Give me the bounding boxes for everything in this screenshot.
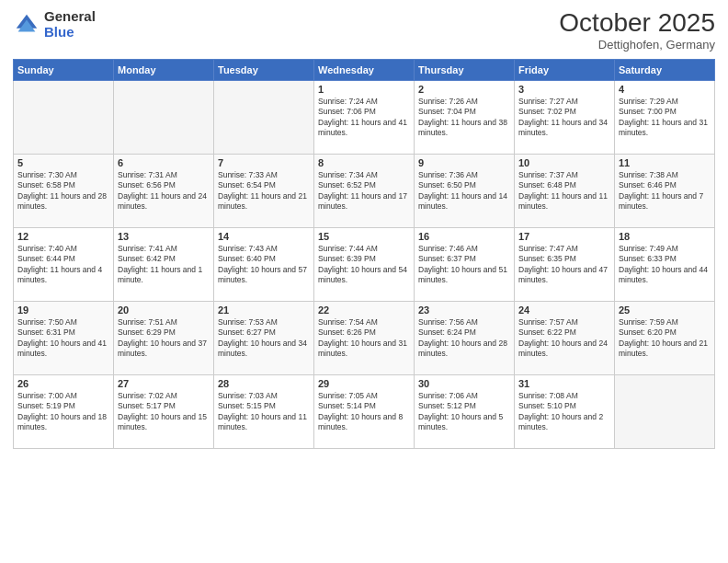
day-info: Sunrise: 7:53 AM Sunset: 6:27 PM Dayligh… (218, 317, 310, 360)
day-info: Sunrise: 7:36 AM Sunset: 6:50 PM Dayligh… (418, 170, 510, 213)
calendar-cell-w3-d5: 24Sunrise: 7:57 AM Sunset: 6:22 PM Dayli… (515, 301, 615, 374)
day-number: 3 (518, 84, 610, 95)
day-info: Sunrise: 7:03 AM Sunset: 5:15 PM Dayligh… (218, 391, 310, 433)
day-number: 2 (418, 84, 510, 95)
day-info: Sunrise: 7:31 AM Sunset: 6:56 PM Dayligh… (118, 170, 210, 213)
day-info: Sunrise: 7:38 AM Sunset: 6:46 PM Dayligh… (619, 170, 711, 213)
calendar-cell-w1-d5: 10Sunrise: 7:37 AM Sunset: 6:48 PM Dayli… (515, 154, 615, 227)
calendar-cell-w1-d2: 7Sunrise: 7:33 AM Sunset: 6:54 PM Daylig… (214, 154, 314, 227)
calendar-cell-w2-d3: 15Sunrise: 7:44 AM Sunset: 6:39 PM Dayli… (314, 227, 415, 301)
calendar-cell-w4-d1: 27Sunrise: 7:02 AM Sunset: 5:17 PM Dayli… (114, 374, 214, 448)
col-sunday: Sunday (14, 59, 114, 80)
day-info: Sunrise: 7:57 AM Sunset: 6:22 PM Dayligh… (518, 317, 610, 360)
calendar-cell-w1-d6: 11Sunrise: 7:38 AM Sunset: 6:46 PM Dayli… (615, 154, 715, 227)
day-number: 27 (118, 378, 210, 389)
day-info: Sunrise: 7:27 AM Sunset: 7:02 PM Dayligh… (518, 97, 610, 139)
calendar-cell-w4-d4: 30Sunrise: 7:06 AM Sunset: 5:12 PM Dayli… (415, 374, 515, 448)
calendar-cell-w1-d3: 8Sunrise: 7:34 AM Sunset: 6:52 PM Daylig… (314, 154, 415, 227)
day-info: Sunrise: 7:24 AM Sunset: 7:06 PM Dayligh… (318, 97, 410, 139)
day-number: 5 (17, 157, 109, 168)
logo-blue-text: Blue (44, 25, 96, 40)
calendar-row-4: 26Sunrise: 7:00 AM Sunset: 5:19 PM Dayli… (14, 374, 715, 448)
calendar-cell-w0-d4: 2Sunrise: 7:26 AM Sunset: 7:04 PM Daylig… (415, 80, 515, 154)
day-info: Sunrise: 7:05 AM Sunset: 5:14 PM Dayligh… (318, 391, 410, 433)
day-info: Sunrise: 7:00 AM Sunset: 5:19 PM Dayligh… (17, 391, 109, 433)
day-info: Sunrise: 7:29 AM Sunset: 7:00 PM Dayligh… (619, 97, 711, 139)
day-number: 25 (619, 304, 711, 316)
calendar-cell-w2-d2: 14Sunrise: 7:43 AM Sunset: 6:40 PM Dayli… (214, 227, 314, 301)
day-number: 11 (619, 157, 711, 168)
logo-general-text: General (44, 9, 96, 25)
day-info: Sunrise: 7:30 AM Sunset: 6:58 PM Dayligh… (17, 170, 109, 213)
month-title: October 2025 (559, 9, 715, 38)
day-number: 24 (518, 304, 610, 316)
day-number: 8 (318, 157, 410, 168)
calendar-cell-w2-d0: 12Sunrise: 7:40 AM Sunset: 6:44 PM Dayli… (14, 227, 114, 301)
day-number: 7 (218, 157, 310, 168)
calendar-row-3: 19Sunrise: 7:50 AM Sunset: 6:31 PM Dayli… (14, 301, 715, 374)
day-info: Sunrise: 7:49 AM Sunset: 6:33 PM Dayligh… (619, 244, 711, 286)
location-subtitle: Dettighofen, Germany (559, 38, 715, 52)
col-friday: Friday (515, 59, 615, 80)
day-number: 19 (17, 304, 109, 316)
calendar-cell-w2-d1: 13Sunrise: 7:41 AM Sunset: 6:42 PM Dayli… (114, 227, 214, 301)
header: General Blue October 2025 Dettighofen, G… (13, 9, 715, 52)
day-info: Sunrise: 7:08 AM Sunset: 5:10 PM Dayligh… (518, 391, 610, 433)
calendar-table: Sunday Monday Tuesday Wednesday Thursday… (13, 59, 715, 449)
day-number: 16 (418, 231, 510, 242)
calendar-cell-w4-d6 (615, 374, 715, 448)
day-info: Sunrise: 7:37 AM Sunset: 6:48 PM Dayligh… (518, 170, 610, 213)
calendar-row-0: 1Sunrise: 7:24 AM Sunset: 7:06 PM Daylig… (14, 80, 715, 154)
day-info: Sunrise: 7:33 AM Sunset: 6:54 PM Dayligh… (218, 170, 310, 213)
calendar-row-2: 12Sunrise: 7:40 AM Sunset: 6:44 PM Dayli… (14, 227, 715, 301)
calendar-cell-w0-d3: 1Sunrise: 7:24 AM Sunset: 7:06 PM Daylig… (314, 80, 415, 154)
day-number: 14 (218, 231, 310, 242)
calendar-cell-w3-d3: 22Sunrise: 7:54 AM Sunset: 6:26 PM Dayli… (314, 301, 415, 374)
day-number: 29 (318, 378, 410, 389)
calendar-cell-w0-d2 (214, 80, 314, 154)
day-number: 23 (418, 304, 510, 316)
day-number: 30 (418, 378, 510, 389)
day-number: 9 (418, 157, 510, 168)
day-info: Sunrise: 7:06 AM Sunset: 5:12 PM Dayligh… (418, 391, 510, 433)
day-info: Sunrise: 7:43 AM Sunset: 6:40 PM Dayligh… (218, 244, 310, 286)
col-wednesday: Wednesday (314, 59, 415, 80)
day-info: Sunrise: 7:02 AM Sunset: 5:17 PM Dayligh… (118, 391, 210, 433)
calendar-cell-w4-d2: 28Sunrise: 7:03 AM Sunset: 5:15 PM Dayli… (214, 374, 314, 448)
calendar-cell-w0-d0 (14, 80, 114, 154)
day-info: Sunrise: 7:47 AM Sunset: 6:35 PM Dayligh… (518, 244, 610, 286)
day-info: Sunrise: 7:46 AM Sunset: 6:37 PM Dayligh… (418, 244, 510, 286)
day-number: 26 (17, 378, 109, 389)
calendar-header-row: Sunday Monday Tuesday Wednesday Thursday… (14, 59, 715, 80)
calendar-cell-w2-d5: 17Sunrise: 7:47 AM Sunset: 6:35 PM Dayli… (515, 227, 615, 301)
logo-text: General Blue (44, 9, 96, 40)
calendar-cell-w3-d4: 23Sunrise: 7:56 AM Sunset: 6:24 PM Dayli… (415, 301, 515, 374)
day-info: Sunrise: 7:44 AM Sunset: 6:39 PM Dayligh… (318, 244, 410, 286)
col-tuesday: Tuesday (214, 59, 314, 80)
calendar-cell-w4-d5: 31Sunrise: 7:08 AM Sunset: 5:10 PM Dayli… (515, 374, 615, 448)
day-number: 28 (218, 378, 310, 389)
calendar-cell-w1-d0: 5Sunrise: 7:30 AM Sunset: 6:58 PM Daylig… (14, 154, 114, 227)
day-info: Sunrise: 7:54 AM Sunset: 6:26 PM Dayligh… (318, 317, 410, 360)
day-info: Sunrise: 7:40 AM Sunset: 6:44 PM Dayligh… (17, 244, 109, 286)
calendar-cell-w3-d2: 21Sunrise: 7:53 AM Sunset: 6:27 PM Dayli… (214, 301, 314, 374)
col-monday: Monday (114, 59, 214, 80)
calendar-cell-w1-d4: 9Sunrise: 7:36 AM Sunset: 6:50 PM Daylig… (415, 154, 515, 227)
calendar-cell-w3-d6: 25Sunrise: 7:59 AM Sunset: 6:20 PM Dayli… (615, 301, 715, 374)
calendar-cell-w0-d1 (114, 80, 214, 154)
logo: General Blue (13, 9, 96, 40)
day-number: 15 (318, 231, 410, 242)
calendar-cell-w1-d1: 6Sunrise: 7:31 AM Sunset: 6:56 PM Daylig… (114, 154, 214, 227)
day-info: Sunrise: 7:26 AM Sunset: 7:04 PM Dayligh… (418, 97, 510, 139)
calendar-cell-w3-d1: 20Sunrise: 7:51 AM Sunset: 6:29 PM Dayli… (114, 301, 214, 374)
day-number: 4 (619, 84, 711, 95)
day-number: 12 (17, 231, 109, 242)
day-number: 22 (318, 304, 410, 316)
day-number: 20 (118, 304, 210, 316)
day-info: Sunrise: 7:41 AM Sunset: 6:42 PM Dayligh… (118, 244, 210, 286)
calendar-cell-w4-d3: 29Sunrise: 7:05 AM Sunset: 5:14 PM Dayli… (314, 374, 415, 448)
day-number: 10 (518, 157, 610, 168)
calendar-cell-w3-d0: 19Sunrise: 7:50 AM Sunset: 6:31 PM Dayli… (14, 301, 114, 374)
logo-icon (13, 11, 40, 39)
day-number: 17 (518, 231, 610, 242)
